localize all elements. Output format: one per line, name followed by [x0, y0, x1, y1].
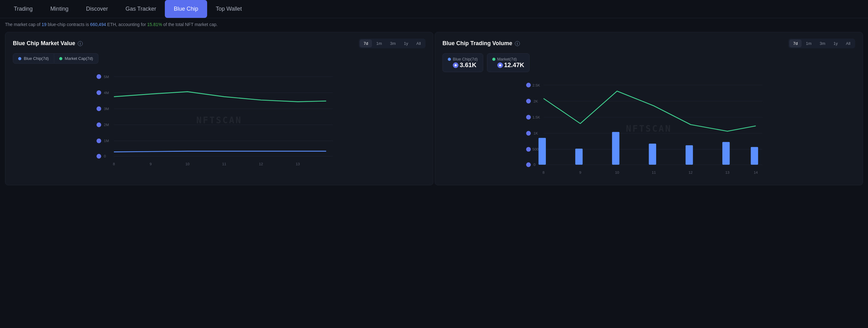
svg-text:◆: ◆	[527, 83, 530, 87]
bar-14	[751, 147, 758, 165]
vol-blue-dot	[448, 58, 451, 61]
trading-volume-header: Blue Chip Trading Volume i 7d 1m 3m 1y A…	[442, 38, 855, 48]
svg-text:◆: ◆	[527, 115, 530, 119]
bar-11	[649, 144, 656, 165]
trading-volume-legend: Blue Chip(7d) ◆ 3.61K Market(7d) ◆ 12.47…	[442, 53, 855, 72]
trading-volume-time-buttons: 7d 1m 3m 1y All	[788, 38, 855, 48]
time-btn-7d-left[interactable]: 7d	[360, 39, 372, 47]
time-btn-7d-right[interactable]: 7d	[789, 39, 801, 47]
nav-blue-chip[interactable]: Blue Chip	[165, 0, 207, 18]
market-value-header: Blue Chip Market Value i 7d 1m 3m 1y All	[13, 38, 426, 48]
subtitle-count: 19	[42, 22, 47, 27]
time-btn-all-right[interactable]: All	[842, 39, 854, 47]
bar-12	[686, 145, 693, 165]
svg-text:2.5K: 2.5K	[532, 83, 540, 87]
svg-text:500: 500	[532, 147, 539, 151]
time-btn-3m-right[interactable]: 3m	[816, 39, 829, 47]
nav-gas-tracker[interactable]: Gas Tracker	[117, 0, 165, 18]
nav-minting[interactable]: Minting	[41, 0, 77, 18]
svg-text:10: 10	[186, 162, 190, 166]
market-value-info-icon[interactable]: i	[78, 41, 83, 46]
market-value-time-buttons: 7d 1m 3m 1y All	[359, 38, 426, 48]
bar-13	[722, 142, 730, 165]
svg-text:13: 13	[725, 170, 730, 174]
svg-text:4M: 4M	[104, 91, 109, 95]
svg-text:◆: ◆	[98, 107, 101, 110]
svg-text:1M: 1M	[104, 139, 109, 143]
legend-market-volume: Market(7d) ◆ 12.47K	[487, 53, 530, 72]
svg-text:10: 10	[615, 170, 620, 174]
legend-blue-dot	[18, 57, 21, 60]
time-btn-all-left[interactable]: All	[413, 39, 425, 47]
svg-text:1.5K: 1.5K	[532, 115, 540, 119]
svg-text:9: 9	[150, 162, 152, 166]
legend-green-dot	[59, 57, 62, 60]
svg-text:9: 9	[580, 170, 582, 174]
svg-text:12: 12	[688, 170, 692, 174]
nav-trading[interactable]: Trading	[5, 0, 41, 18]
svg-text:0: 0	[534, 162, 536, 167]
svg-text:◆: ◆	[98, 74, 101, 79]
market-value-card: Blue Chip Market Value i 7d 1m 3m 1y All…	[5, 32, 433, 185]
svg-text:◆: ◆	[98, 139, 101, 142]
subtitle-suffix: of the total NFT market cap.	[162, 22, 217, 27]
subtitle-bar: The market cap of 19 blue-chip contracts…	[0, 18, 868, 31]
subtitle-mid2: ETH, accounting for	[106, 22, 147, 27]
market-value-svg: ◆ 5M ◆ 4M ◆ 3M ◆ 2M ◆ 1M ◆ 0 8 9	[13, 70, 426, 170]
legend-market-cap: Market Cap(7d)	[54, 53, 98, 64]
svg-text:2M: 2M	[104, 123, 109, 127]
time-btn-1m-right[interactable]: 1m	[802, 39, 815, 47]
svg-text:13: 13	[296, 162, 300, 166]
market-value-chart: NFTSCAN ◆ 5M ◆ 4M ◆ 3M ◆	[13, 70, 426, 170]
legend-blue-chip-volume: Blue Chip(7d) ◆ 3.61K	[442, 53, 483, 72]
svg-text:◆: ◆	[527, 99, 530, 103]
svg-text:5M: 5M	[104, 74, 109, 79]
svg-text:◆: ◆	[98, 154, 101, 158]
svg-text:12: 12	[259, 162, 263, 166]
bar-8	[539, 138, 546, 165]
time-btn-3m-left[interactable]: 3m	[386, 39, 400, 47]
market-value-title: Blue Chip Market Value i	[13, 40, 83, 47]
time-btn-1y-right[interactable]: 1y	[830, 39, 842, 47]
svg-text:◆: ◆	[98, 91, 101, 94]
subtitle-prefix: The market cap of	[5, 22, 42, 27]
svg-text:◆: ◆	[527, 147, 530, 151]
trading-volume-card: Blue Chip Trading Volume i 7d 1m 3m 1y A…	[435, 32, 863, 185]
market-volume-value: 12.47K	[504, 61, 525, 69]
market-value-legend: Blue Chip(7d) Market Cap(7d)	[13, 53, 426, 64]
svg-text:3M: 3M	[104, 107, 109, 111]
svg-text:14: 14	[754, 170, 758, 174]
svg-text:0: 0	[104, 154, 106, 158]
eth-icon-green: ◆	[497, 62, 503, 68]
svg-text:11: 11	[652, 170, 656, 174]
svg-text:◆: ◆	[527, 131, 530, 135]
bar-9	[575, 149, 583, 165]
legend-blue-chip: Blue Chip(7d)	[13, 53, 54, 64]
eth-icon-blue: ◆	[453, 62, 459, 68]
bar-10	[612, 132, 619, 165]
vol-green-dot	[492, 58, 495, 61]
navigation: Trading Minting Discover Gas Tracker Blu…	[0, 0, 868, 18]
svg-text:2K: 2K	[534, 99, 538, 103]
trading-volume-svg: ◆ 2.5K ◆ 2K ◆ 1.5K ◆ 1K ◆ 500 ◆ 0 8	[442, 79, 855, 179]
time-btn-1y-left[interactable]: 1y	[400, 39, 412, 47]
time-btn-1m-left[interactable]: 1m	[373, 39, 386, 47]
subtitle-percent: 15.81%	[147, 22, 162, 27]
charts-grid: Blue Chip Market Value i 7d 1m 3m 1y All…	[0, 31, 868, 190]
svg-text:11: 11	[222, 162, 226, 166]
trading-volume-chart: NFTSCAN ◆ 2.5K ◆ 2K ◆ 1.5K	[442, 79, 855, 179]
nav-discover[interactable]: Discover	[77, 0, 117, 18]
svg-text:◆: ◆	[98, 123, 101, 126]
trading-volume-title: Blue Chip Trading Volume i	[442, 40, 520, 47]
nav-top-wallet[interactable]: Top Wallet	[207, 0, 251, 18]
subtitle-mid1: blue-chip contracts is	[46, 22, 90, 27]
svg-text:8: 8	[113, 162, 115, 166]
subtitle-amount: 660,494	[90, 22, 106, 27]
svg-text:◆: ◆	[527, 162, 530, 166]
trading-volume-info-icon[interactable]: i	[515, 41, 520, 46]
svg-text:1K: 1K	[534, 131, 538, 135]
blue-chip-volume-value: 3.61K	[460, 61, 476, 69]
svg-text:8: 8	[542, 170, 545, 174]
